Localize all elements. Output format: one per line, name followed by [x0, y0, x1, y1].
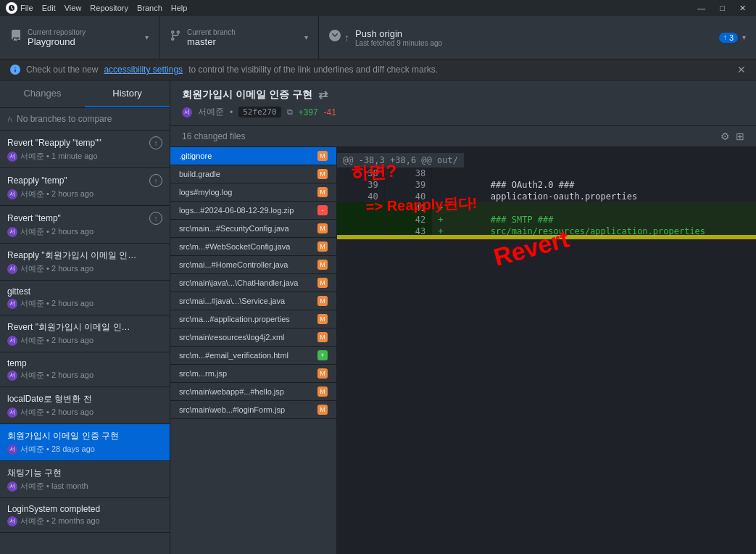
menu-help[interactable]: Help: [171, 4, 188, 12]
commit-author-avatar: 서: [7, 516, 17, 526]
commit-meta: 서서예준 • 2 hours ago: [7, 370, 162, 381]
branch-compare-label: No branches to compare: [17, 114, 112, 124]
current-repository-button[interactable]: Current repository Playground ▾: [0, 16, 159, 59]
branch-name: master: [187, 36, 299, 47]
commit-meta: 서서예준 • 1 minute ago: [7, 151, 162, 162]
commit-header-title: 회원가입시 이메일 인증 구현 ⇄: [182, 88, 744, 102]
commit-title-text: gittest: [7, 286, 30, 297]
commit-item[interactable]: Revert "회원가입시 이메일 인증 구...서서예준 • 2 hours …: [0, 315, 170, 352]
settings-icon[interactable]: ⚙: [720, 131, 730, 142]
diff-hunk-header-row: @@ -38,3 +38,6 @@ out/: [337, 153, 756, 168]
diff-row: 3939 ### OAuth2.0 ###: [337, 179, 756, 191]
commit-author: 서예준 • 1 minute ago: [20, 151, 98, 162]
file-list-item[interactable]: src\main\web...#loginForm.jspM: [170, 401, 336, 419]
main-area: Changes History ⑃ No branches to compare…: [0, 80, 756, 554]
window-controls: — □ ✕: [693, 4, 750, 13]
file-list-item[interactable]: logs...#2024-06-08-12-29.log.zip-: [170, 202, 336, 220]
copy-hash-icon[interactable]: ⧉: [287, 107, 293, 117]
commit-header: 회원가입시 이메일 인증 구현 ⇄ 서 서예준 • 52fe270 ⧉ +397…: [170, 80, 756, 126]
minimize-button[interactable]: —: [693, 4, 710, 13]
commit-item[interactable]: Revert "Reapply "temp""↑서서예준 • 1 minute …: [0, 131, 170, 168]
commit-item[interactable]: LoginSystem completed서서예준 • 2 months ago: [0, 498, 170, 533]
titlebar-left: File Edit View Repository Branch Help: [6, 2, 187, 14]
commit-list: Revert "Reapply "temp""↑서서예준 • 1 minute …: [0, 131, 170, 554]
branch-label: Current branch: [187, 28, 299, 36]
file-list-item[interactable]: src\main...#SecurityConfig.javaM: [170, 220, 336, 238]
commit-meta: 서서예준 • 28 days ago: [7, 444, 162, 455]
commit-author: 서예준 • 2 hours ago: [20, 263, 94, 274]
close-button[interactable]: ✕: [735, 4, 750, 13]
diff-area: .gitignoreMbuild.gradleMlogs#mylog.logMl…: [170, 147, 756, 554]
push-text: Push origin Last fetched 9 minutes ago: [355, 28, 442, 47]
commit-item[interactable]: 채팅기능 구현서서예준 • last month: [0, 461, 170, 498]
file-status-badge: +: [317, 350, 328, 360]
branch-compare[interactable]: ⑃ No branches to compare: [0, 108, 170, 131]
commit-item[interactable]: localDate로 형변환 전서서예준 • 2 hours ago: [0, 387, 170, 424]
file-list-item[interactable]: src\main\resources\log4j2.xmlM: [170, 328, 336, 347]
left-panel: Changes History ⑃ No branches to compare…: [0, 80, 170, 554]
commit-title-text: Reapply "temp": [7, 175, 67, 186]
commit-item[interactable]: Reapply "회원가입시 이메일 인증...서서예준 • 2 hours a…: [0, 244, 170, 281]
menu-edit[interactable]: Edit: [42, 4, 56, 12]
commit-title-text: localDate로 형변환 전: [7, 393, 92, 405]
file-status-badge: M: [317, 260, 328, 270]
commit-title-text: Revert "Reapply "temp"": [7, 138, 101, 148]
diff-table: @@ -38,3 +38,6 @@ out/38383939 ### OAuth…: [337, 153, 756, 237]
file-name: src\main\web...#loginForm.jsp: [179, 405, 317, 414]
file-list-item[interactable]: src\main\java\...\ChatHandler.javaM: [170, 274, 336, 292]
commit-item[interactable]: 회원가입시 이메일 인증 구현서서예준 • 28 days ago: [0, 424, 170, 461]
menu-view[interactable]: View: [65, 4, 82, 12]
file-list-item[interactable]: src\main\webapp#...#hello.jspM: [170, 383, 336, 401]
commit-meta: 서서예준 • 2 hours ago: [7, 335, 162, 346]
commit-item[interactable]: Reapply "temp"↑서서예준 • 2 hours ago: [0, 168, 170, 206]
menu-branch[interactable]: Branch: [137, 4, 162, 12]
file-status-badge: M: [317, 187, 328, 197]
file-name: src\ma...#application.properties: [179, 315, 317, 323]
commit-item[interactable]: gittest서서예준 • 2 hours ago: [0, 281, 170, 315]
file-name: logs...#2024-06-08-12-29.log.zip: [179, 206, 317, 215]
push-chevron-icon: ▾: [742, 33, 746, 41]
menu-file[interactable]: File: [20, 4, 33, 12]
file-list-item[interactable]: src\ma...#application.propertiesM: [170, 310, 336, 328]
commit-title-text: 회원가입시 이메일 인증 구현: [7, 430, 119, 442]
expand-icon[interactable]: ⊞: [736, 131, 744, 142]
push-count-badge: ↑ 3: [719, 33, 738, 43]
file-list-item[interactable]: src\mai...#HomeController.javaM: [170, 256, 336, 274]
file-name: src\mai...#HomeController.java: [179, 260, 317, 269]
menu-repository[interactable]: Repository: [90, 4, 128, 12]
tab-changes[interactable]: Changes: [0, 80, 85, 107]
push-icon: ↑: [329, 30, 349, 45]
tab-history[interactable]: History: [85, 80, 170, 107]
app-icon: [6, 2, 17, 14]
file-list-item[interactable]: src\m...#email_verification.html+: [170, 347, 336, 365]
file-status-badge: M: [317, 332, 328, 342]
commit-author: 서예준 • 28 days ago: [20, 444, 95, 455]
commit-meta: 서서예준 • 2 hours ago: [7, 263, 162, 274]
commit-item[interactable]: Revert "temp"↑서서예준 • 2 hours ago: [0, 206, 170, 244]
commit-author-avatar: 서: [7, 371, 17, 381]
push-origin-button[interactable]: ↑ Push origin Last fetched 9 minutes ago…: [319, 16, 756, 59]
commit-author-avatar: 서: [7, 408, 17, 418]
commit-author: 서예준 • 2 months ago: [20, 516, 100, 526]
file-status-badge: -: [317, 205, 328, 215]
file-list-item[interactable]: src\m...#WebSocketConfig.javaM: [170, 238, 336, 256]
notif-link[interactable]: accessibility settings: [104, 65, 183, 75]
file-list-item[interactable]: .gitignoreM: [170, 147, 336, 165]
push-label: Push origin: [355, 28, 442, 39]
commit-author: 서예준 • 2 hours ago: [20, 407, 94, 418]
file-list-item[interactable]: build.gradleM: [170, 165, 336, 183]
current-branch-button[interactable]: Current branch master ▾: [159, 16, 319, 59]
maximize-button[interactable]: □: [715, 4, 729, 13]
commit-hash: 52fe270: [238, 107, 281, 117]
commit-item[interactable]: temp서서예준 • 2 hours ago: [0, 352, 170, 387]
commit-meta: 서서예준 • 2 months ago: [7, 516, 162, 526]
file-name: src\mai...#java\...\Service.java: [179, 297, 317, 305]
file-list-item[interactable]: src\m...rm.jspM: [170, 365, 336, 383]
diff-row: 43+ src/main/resources/application.prope…: [337, 226, 756, 237]
notif-close-button[interactable]: ✕: [737, 64, 746, 75]
commit-author-avatar: 서: [7, 264, 17, 274]
file-list-item[interactable]: src\mai...#java\...\Service.javaM: [170, 292, 336, 310]
titlebar: File Edit View Repository Branch Help — …: [0, 0, 756, 16]
file-list-item[interactable]: logs#mylog.logM: [170, 183, 336, 202]
branch-dot-icon: •: [230, 107, 233, 117]
